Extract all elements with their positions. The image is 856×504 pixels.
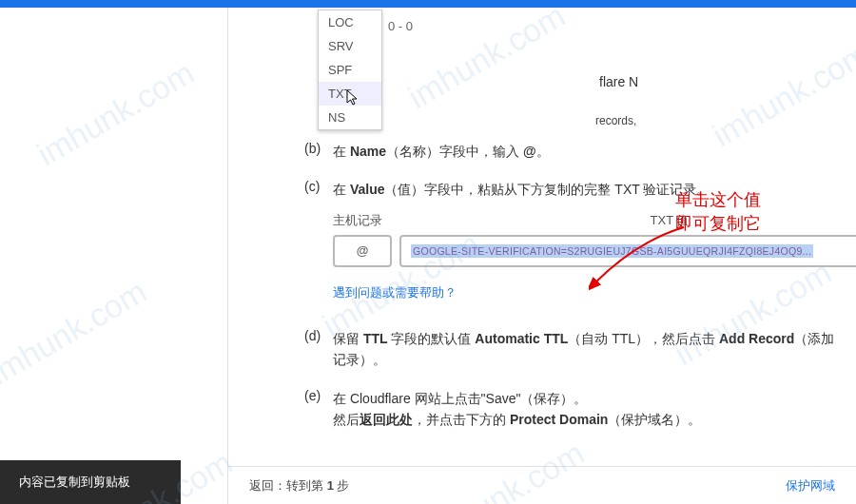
dropdown-partial-text: 0 - 0 (388, 19, 413, 33)
dropdown-item-srv[interactable]: SRV (319, 34, 381, 58)
step-b: (b) 在 Name（名称）字段中，输入 @。 (304, 141, 837, 162)
step-e-label: (e) (304, 388, 333, 431)
record-headers: 主机记录 TXT 值 (333, 212, 856, 235)
footer-bar: 返回：转到第 1 步 保护网域 (228, 466, 856, 504)
step-b-label: (b) (304, 141, 333, 162)
annotation-line1: 单击这个值 (675, 188, 761, 212)
record-type-dropdown[interactable]: LOCSRVSPFTXTNS (318, 10, 382, 130)
dropdown-item-txt[interactable]: TXT (319, 82, 381, 106)
step-d-label: (d) (304, 328, 333, 371)
protect-domain-link[interactable]: 保护网域 (786, 478, 835, 493)
step-d: (d) 保留 TTL 字段的默认值 Automatic TTL（自动 TTL），… (304, 328, 837, 371)
left-panel (0, 8, 228, 504)
dropdown-item-loc[interactable]: LOC (319, 10, 381, 34)
dropdown-item-spf[interactable]: SPF (319, 58, 381, 82)
footer-back[interactable]: 返回：转到第 1 步 (249, 477, 349, 494)
dropdown-item-ns[interactable]: NS (319, 106, 381, 129)
background-text-flare: flare N (599, 74, 638, 89)
txt-value-field[interactable]: GOOGLE-SITE-VERIFICATION=S2RUGIEUJ7GSB-A… (399, 235, 856, 267)
help-link[interactable]: 遇到问题或需要帮助？ (333, 284, 837, 301)
header-host: 主机记录 (333, 212, 417, 229)
step-e: (e) 在 Cloudflare 网站上点击"Save"（保存）。 然后返回此处… (304, 388, 837, 431)
step-c-label: (c) (304, 179, 333, 200)
header-txt: TXT 值 (417, 212, 856, 229)
red-annotation: 单击这个值 即可复制它 (675, 188, 761, 236)
txt-value-text: GOOGLE-SITE-VERIFICATION=S2RUGIEUJ7GSB-A… (411, 244, 813, 258)
host-field[interactable]: @ (333, 235, 392, 267)
clipboard-toast: 内容已复制到剪贴板 (0, 460, 181, 504)
background-text-records: records, (595, 114, 636, 127)
txt-record-box: 主机记录 TXT 值 @ GOOGLE-SITE-VERIFICATION=S2… (333, 212, 856, 267)
annotation-line2: 即可复制它 (675, 212, 761, 236)
top-accent-bar (0, 0, 856, 8)
steps-container: (b) 在 Name（名称）字段中，输入 @。 (c) 在 Value（值）字段… (247, 141, 837, 430)
